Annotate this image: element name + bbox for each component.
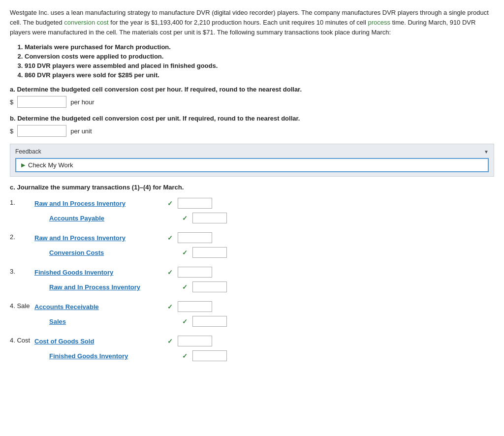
entry-4-sale-debit-account: Accounts Receivable xyxy=(34,303,162,311)
entry-1-credit-account: Accounts Payable xyxy=(49,215,177,222)
question-a-unit: per hour xyxy=(70,98,94,106)
question-c-text: Journalize the summary transactions (1)–… xyxy=(17,184,184,191)
entry-2-credit-account: Conversion Costs xyxy=(49,249,177,256)
entry-4-sale-credit-check: ✓ xyxy=(182,318,188,325)
entry-3-credit-account: Raw and In Process Inventory xyxy=(49,283,177,291)
numbered-list: Materials were purchased for March produ… xyxy=(25,43,494,79)
list-item-3: 910 DVR players were assembled and place… xyxy=(25,62,494,69)
feedback-title: Feedback ▼ xyxy=(15,148,489,155)
entry-4-sale-debit-check: ✓ xyxy=(167,303,173,311)
entry-3-credit-line: Raw and In Process Inventory ✓ xyxy=(34,281,227,292)
question-b-dollar: $ xyxy=(10,127,13,135)
highlight-process: process xyxy=(368,19,390,26)
question-a-block: a. Determine the budgeted cell conversio… xyxy=(10,86,494,108)
entry-4-cost-credit-check: ✓ xyxy=(182,352,188,360)
entry-4-cost-debit-input[interactable] xyxy=(178,336,212,346)
entry-2-debit-line: Raw and In Process Inventory ✓ xyxy=(34,232,227,243)
question-c-label: c. Journalize the summary transactions (… xyxy=(10,184,494,191)
highlight-conversion-cost: conversion cost xyxy=(64,19,108,26)
question-a-text: Determine the budgeted cell conversion c… xyxy=(17,86,302,93)
list-item-1: Materials were purchased for March produ… xyxy=(25,43,494,51)
entry-1-debit-line: Raw and In Process Inventory ✓ xyxy=(34,198,227,209)
entry-4-sale-lines: Accounts Receivable ✓ Sales ✓ xyxy=(34,301,227,327)
entry-4-sale-number: 4. Sale xyxy=(10,301,34,310)
entry-4-cost-lines: Cost of Goods Sold ✓ Finished Goods Inve… xyxy=(34,336,227,361)
question-a-input-row: $ per hour xyxy=(10,96,494,108)
entry-2-lines: Raw and In Process Inventory ✓ Conversio… xyxy=(34,232,227,258)
entry-2-debit-check: ✓ xyxy=(167,234,173,242)
journal-entry-1: 1. Raw and In Process Inventory ✓ Accoun… xyxy=(10,198,494,223)
entry-1-lines: Raw and In Process Inventory ✓ Accounts … xyxy=(34,198,227,223)
question-b-label: b. Determine the budgeted cell conversio… xyxy=(10,115,494,122)
journal-entry-4-cost: 4. Cost Cost of Goods Sold ✓ Finished Go… xyxy=(10,336,494,361)
question-b-unit: per unit xyxy=(70,127,92,135)
entry-4-sale-debit-input[interactable] xyxy=(178,301,212,312)
question-b-text: Determine the budgeted cell conversion c… xyxy=(17,115,300,122)
list-item-4: 860 DVR players were sold for $285 per u… xyxy=(25,71,494,79)
entry-2-debit-input[interactable] xyxy=(178,232,212,243)
question-b-input-row: $ per unit xyxy=(10,125,494,137)
journal-entry-2: 2. Raw and In Process Inventory ✓ Conver… xyxy=(10,232,494,258)
entry-3-credit-check: ✓ xyxy=(182,283,188,291)
question-a-dollar: $ xyxy=(10,98,13,106)
question-b-block: b. Determine the budgeted cell conversio… xyxy=(10,115,494,137)
entry-3-debit-account: Finished Goods Inventory xyxy=(34,269,162,276)
list-item-2: Conversion costs were applied to product… xyxy=(25,53,494,60)
entry-1-debit-input[interactable] xyxy=(178,198,212,209)
journal-entry-3: 3. Finished Goods Inventory ✓ Raw and In… xyxy=(10,267,494,292)
entry-4-cost-debit-account: Cost of Goods Sold xyxy=(34,338,162,345)
question-b-input[interactable] xyxy=(17,125,66,137)
entry-1-credit-input[interactable] xyxy=(192,213,227,223)
entry-4-cost-credit-account: Finished Goods Inventory xyxy=(49,352,177,360)
entry-2-credit-check: ✓ xyxy=(182,249,188,256)
journal-section: 1. Raw and In Process Inventory ✓ Accoun… xyxy=(10,198,494,361)
entry-2-credit-line: Conversion Costs ✓ xyxy=(34,247,227,258)
entry-1-debit-check: ✓ xyxy=(167,200,173,207)
entry-1-debit-account: Raw and In Process Inventory xyxy=(34,200,162,207)
entry-1-number: 1. xyxy=(10,198,34,206)
entry-4-cost-debit-check: ✓ xyxy=(167,338,173,345)
feedback-arrow-icon: ▼ xyxy=(484,149,489,155)
check-my-work-label: Check My Work xyxy=(28,161,73,169)
check-my-work-button[interactable]: ▶ Check My Work xyxy=(15,158,489,172)
entry-3-lines: Finished Goods Inventory ✓ Raw and In Pr… xyxy=(34,267,227,292)
entry-4-sale-credit-account: Sales xyxy=(49,318,177,325)
entry-4-sale-credit-line: Sales ✓ xyxy=(34,316,227,327)
entry-2-debit-account: Raw and In Process Inventory xyxy=(34,234,162,242)
entry-3-credit-input[interactable] xyxy=(192,281,227,292)
question-a-label: a. Determine the budgeted cell conversio… xyxy=(10,86,494,93)
entry-4-cost-credit-input[interactable] xyxy=(192,350,227,361)
entry-1-credit-check: ✓ xyxy=(182,215,188,222)
entry-4-sale-debit-line: Accounts Receivable ✓ xyxy=(34,301,227,312)
feedback-box: Feedback ▼ ▶ Check My Work xyxy=(10,144,494,177)
entry-3-debit-line: Finished Goods Inventory ✓ xyxy=(34,267,227,278)
feedback-label: Feedback xyxy=(15,148,41,155)
question-a-input[interactable] xyxy=(17,96,66,108)
entry-3-debit-check: ✓ xyxy=(167,269,173,276)
entry-4-cost-number: 4. Cost xyxy=(10,336,34,344)
intro-paragraph: Westgate Inc. uses a lean manufacturing … xyxy=(10,8,494,37)
entry-3-debit-input[interactable] xyxy=(178,267,212,278)
entry-4-sale-credit-input[interactable] xyxy=(192,316,227,327)
entry-4-cost-debit-line: Cost of Goods Sold ✓ xyxy=(34,336,227,346)
entry-4-cost-credit-line: Finished Goods Inventory ✓ xyxy=(34,350,227,361)
entry-2-credit-input[interactable] xyxy=(192,247,227,258)
entry-1-credit-line: Accounts Payable ✓ xyxy=(34,213,227,223)
entry-3-number: 3. xyxy=(10,267,34,275)
journal-entry-4-sale: 4. Sale Accounts Receivable ✓ Sales ✓ xyxy=(10,301,494,327)
entry-2-number: 2. xyxy=(10,232,34,241)
play-icon: ▶ xyxy=(21,162,25,168)
